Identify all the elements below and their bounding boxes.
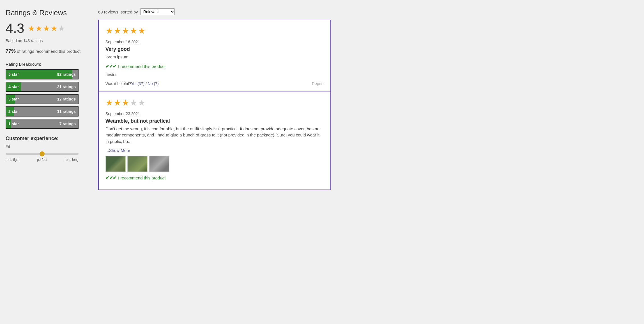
rating-bar-5star-count: 92 ratings <box>57 72 76 77</box>
review-1-slash: / <box>146 81 148 86</box>
review-1-star-2: ★ <box>114 26 121 36</box>
review-2-thumb-2[interactable] <box>127 156 148 172</box>
sidebar: Ratings & Reviews 4.3 ★ ★ ★ ★ ★ Based on… <box>6 8 90 190</box>
reviews-header: 69 reviews, sorted by Relevant Newest Ol… <box>98 8 331 15</box>
review-1-no-link[interactable]: No (7) <box>148 81 159 86</box>
review-card-1: ★ ★ ★ ★ ★ September 16 2021 Very good lo… <box>98 20 331 92</box>
rating-bar-3star[interactable]: 3 star 12 ratings <box>6 94 79 104</box>
review-2-star-5: ★ <box>138 98 146 108</box>
review-2-star-3: ★ <box>122 98 129 108</box>
review-2-thumb-1[interactable] <box>105 156 126 172</box>
review-2-star-2: ★ <box>114 98 121 108</box>
review-2-checkmarks: ✔✔✔ <box>105 175 116 181</box>
review-1-report[interactable]: Report <box>312 81 324 86</box>
review-1-yes-link[interactable]: Yes(37) <box>131 81 144 86</box>
fit-labels-row: runs tight perfect runs long <box>6 158 79 162</box>
review-1-star-4: ★ <box>130 26 137 36</box>
reviews-section: 69 reviews, sorted by Relevant Newest Ol… <box>98 8 331 190</box>
rating-bar-3star-label: 3 star <box>6 97 19 101</box>
review-1-helpful-prefix: Was it helpful? <box>105 81 131 86</box>
fit-label: Fit <box>6 144 90 149</box>
fit-label-long: runs long <box>65 158 79 162</box>
review-2-star-4: ★ <box>130 98 137 108</box>
rating-bar-4star-label: 4 star <box>6 85 19 89</box>
rating-bar-row-4[interactable]: 4 star 21 ratings <box>6 82 90 92</box>
review-1-helpful-links: Was it helpful?Yes(37) / No (7) <box>105 81 159 86</box>
rating-bar-row-1[interactable]: 1 star 7 ratings <box>6 119 90 129</box>
review-1-recommend: ✔✔✔ I recommend this product <box>105 64 324 69</box>
avg-star-2: ★ <box>35 24 42 33</box>
review-1-body: lorem ipsum <box>105 54 324 60</box>
average-stars: ★ ★ ★ ★ ★ <box>28 24 65 33</box>
rating-bar-1star-label: 1 star <box>6 122 19 126</box>
review-1-date: September 16 2021 <box>105 40 324 44</box>
review-2-stars: ★ ★ ★ ★ ★ <box>105 98 324 108</box>
review-1-star-1: ★ <box>105 26 113 36</box>
review-1-checkmarks: ✔✔✔ <box>105 64 116 69</box>
review-2-recommend: ✔✔✔ I recommend this product <box>105 175 324 181</box>
review-1-helpful-row: Was it helpful?Yes(37) / No (7) Report <box>105 81 324 86</box>
average-rating-row: 4.3 ★ ★ ★ ★ ★ <box>6 22 90 35</box>
rating-bar-row-2[interactable]: 2 star 11 ratings <box>6 106 90 117</box>
recommend-pct-text: 77% of ratings recommend this product <box>6 47 90 55</box>
review-2-date: September 23 2021 <box>105 111 324 116</box>
review-card-2: ★ ★ ★ ★ ★ September 23 2021 Wearable, bu… <box>98 92 331 190</box>
recommend-pct-number: 77% <box>6 48 16 54</box>
avg-star-3: ★ <box>43 24 50 33</box>
rating-bar-2star[interactable]: 2 star 11 ratings <box>6 106 79 117</box>
recommend-pct-label: of ratings recommend this product <box>17 49 81 54</box>
fit-slider[interactable] <box>6 151 79 157</box>
review-2-thumb-3[interactable] <box>149 156 169 172</box>
reviews-count-text: 69 reviews, sorted by <box>98 10 138 14</box>
average-rating-number: 4.3 <box>6 22 24 35</box>
review-1-star-3: ★ <box>122 26 129 36</box>
based-on-text: Based on 143 ratings <box>6 38 90 43</box>
review-2-title: Wearable, but not practical <box>105 118 324 124</box>
rating-bar-1star[interactable]: 1 star 7 ratings <box>6 119 79 129</box>
rating-bar-row-3[interactable]: 3 star 12 ratings <box>6 94 90 104</box>
rating-breakdown-title: Rating Breakdown: <box>6 62 90 67</box>
rating-bars: 5 star 92 ratings 4 star 21 ratings 3 st… <box>6 69 90 129</box>
avg-star-1: ★ <box>28 24 35 33</box>
review-2-show-more[interactable]: ...Show More <box>105 148 130 153</box>
page-title: Ratings & Reviews <box>6 8 90 17</box>
fit-label-perfect: perfect <box>37 158 47 162</box>
customer-experience-title: Customer experience: <box>6 136 90 142</box>
review-1-stars: ★ ★ ★ ★ ★ <box>105 26 324 36</box>
rating-bar-1star-count: 7 ratings <box>59 122 76 126</box>
review-1-reviewer: -tester <box>105 72 324 77</box>
rating-bar-4star[interactable]: 4 star 21 ratings <box>6 82 79 92</box>
fit-label-tight: runs tight <box>6 158 19 162</box>
rating-bar-5star-label: 5 star <box>6 72 19 77</box>
sort-select[interactable]: Relevant Newest Oldest Highest Rated Low… <box>140 8 175 15</box>
review-2-star-1: ★ <box>105 98 113 108</box>
review-1-title: Very good <box>105 46 324 52</box>
fit-slider-thumb[interactable] <box>40 151 45 156</box>
rating-bar-3star-count: 12 ratings <box>57 97 76 101</box>
review-2-images <box>105 156 324 172</box>
rating-bar-row-5[interactable]: 5 star 92 ratings <box>6 69 90 79</box>
review-2-body: Don't get me wrong, it is comfortable, b… <box>105 126 324 145</box>
avg-star-5: ★ <box>58 24 65 33</box>
review-1-star-5: ★ <box>138 26 146 36</box>
avg-star-4: ★ <box>50 24 58 33</box>
review-2-recommend-text: I recommend this product <box>118 175 165 180</box>
rating-bar-4star-count: 21 ratings <box>57 85 76 89</box>
review-1-recommend-text: I recommend this product <box>118 64 165 69</box>
rating-bar-5star[interactable]: 5 star 92 ratings <box>6 69 79 79</box>
rating-bar-2star-label: 2 star <box>6 109 19 114</box>
rating-bar-2star-count: 11 ratings <box>57 109 76 114</box>
